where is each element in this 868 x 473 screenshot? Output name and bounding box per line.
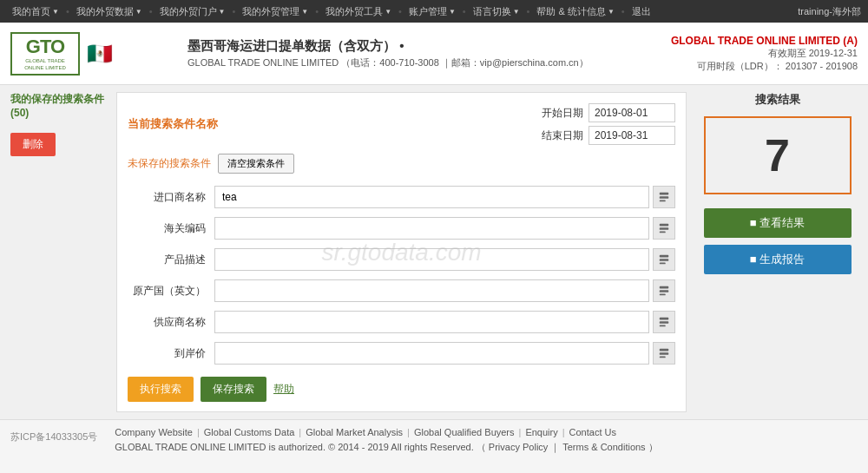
svg-rect-12 <box>660 318 669 320</box>
generate-report-button[interactable]: ■ 生成报告 <box>704 245 852 274</box>
svg-rect-16 <box>660 352 669 355</box>
end-date-input[interactable] <box>589 126 675 145</box>
logo-text: GTO <box>26 36 64 58</box>
ldr-info: 可用时段（LDR）： 201307 - 201908 <box>671 60 858 73</box>
footer-link-contact-us[interactable]: Contact Us <box>569 427 616 437</box>
logo-subtitle: GLOBAL TRADEONLINE LIMITED <box>24 58 66 70</box>
field-label-landed-price: 到岸价 <box>128 346 214 361</box>
svg-rect-4 <box>660 227 669 230</box>
validity-info: 有效期至 2019-12-31 <box>671 47 858 60</box>
header-title-area: 墨西哥海运进口提单数据（含双方） • GLOBAL TRADE ONLINE L… <box>187 38 589 69</box>
saved-conditions-title: 我的保存的搜索条件 (50) <box>10 92 106 119</box>
save-search-button[interactable]: 保存搜索 <box>201 377 266 402</box>
nav-logout[interactable]: 退出 <box>627 5 656 18</box>
footer-separator: | <box>299 427 301 437</box>
logo: GTO GLOBAL TRADEONLINE LIMITED <box>10 32 80 76</box>
page-header: GTO GLOBAL TRADEONLINE LIMITED 🇲🇽 墨西哥海运进… <box>0 23 868 85</box>
nav-language[interactable]: 语言切换 ▼ <box>468 5 525 18</box>
start-date-input[interactable] <box>589 103 675 122</box>
footer-link-global-market[interactable]: Global Market Analysis <box>306 427 403 437</box>
top-navigation: 我的首页 ▼ • 我的外贸数据 ▼ • 我的外贸门户 ▼ • 我的外贸管理 ▼ … <box>0 0 868 23</box>
icp-number: 苏ICP备14033305号 <box>10 427 97 443</box>
privacy-policy-link[interactable]: Privacy Policy <box>489 442 548 452</box>
field-label-supplier: 供应商名称 <box>128 315 214 330</box>
date-row: 开始日期 结束日期 <box>542 103 675 145</box>
nav-help[interactable]: 帮助 & 统计信息 ▼ <box>531 5 619 18</box>
nav-account[interactable]: 账户管理 ▼ <box>404 5 461 18</box>
nav-my-trade-mgmt[interactable]: 我的外贸管理 ▼ <box>237 5 313 18</box>
field-icon-supplier[interactable] <box>653 311 675 333</box>
form-row-product-desc: 产品描述 <box>128 248 675 271</box>
svg-rect-11 <box>660 294 666 296</box>
view-results-button[interactable]: ■ 查看结果 <box>704 208 852 238</box>
terms-conditions-link[interactable]: Terms & Conditions <box>562 442 645 452</box>
search-panel: sr.gtodata.com 当前搜索条件名称 开始日期 结束日期 未保存的搜索… <box>116 92 687 412</box>
footer-link-global-customs[interactable]: Global Customs Data <box>204 427 295 437</box>
svg-rect-15 <box>660 349 669 351</box>
footer-links-area: Company Website | Global Customs Data | … <box>115 427 657 454</box>
svg-rect-3 <box>660 224 669 227</box>
nav-my-trade-tools[interactable]: 我的外贸工具 ▼ <box>320 5 397 18</box>
field-icon-landed-price[interactable] <box>653 342 675 365</box>
field-label-product-desc: 产品描述 <box>128 253 214 267</box>
field-input-landed-price[interactable] <box>214 342 649 365</box>
svg-rect-14 <box>660 325 666 327</box>
svg-rect-17 <box>660 357 666 358</box>
company-name: GLOBAL TRADE ONLINE LIMITED (A) <box>671 35 858 47</box>
field-input-country[interactable] <box>214 279 649 302</box>
header-contact-info: GLOBAL TRADE ONLINE LIMITED （电话：400-710-… <box>187 56 589 69</box>
footer-link-enquiry[interactable]: Enquiry <box>525 427 557 437</box>
panel-header-left: 当前搜索条件名称 <box>128 116 218 132</box>
logo-area: GTO GLOBAL TRADEONLINE LIMITED 🇲🇽 <box>10 32 184 76</box>
end-date-label: 结束日期 <box>542 128 583 143</box>
main-content: 我的保存的搜索条件 (50) 删除 sr.gtodata.com 当前搜索条件名… <box>0 85 868 419</box>
header-account-info: GLOBAL TRADE ONLINE LIMITED (A) 有效期至 201… <box>671 35 858 73</box>
clear-conditions-button[interactable]: 清空搜索条件 <box>218 154 294 174</box>
field-icon-product-desc[interactable] <box>653 248 675 271</box>
nav-my-home[interactable]: 我的首页 ▼ <box>7 5 64 18</box>
left-sidebar: 我的保存的搜索条件 (50) 删除 <box>10 92 106 412</box>
result-count-box: 7 <box>704 116 852 194</box>
field-label-country: 原产国（英文） <box>128 284 214 299</box>
form-row-hs-code: 海关编码 <box>128 217 675 240</box>
field-input-supplier[interactable] <box>214 311 649 333</box>
footer-link-global-buyers[interactable]: Global Qualified Buyers <box>414 427 515 437</box>
help-button[interactable]: 帮助 <box>273 377 294 402</box>
field-label-hs-code: 海关编码 <box>128 221 214 236</box>
field-input-hs-code[interactable] <box>214 217 649 240</box>
svg-rect-10 <box>660 290 669 292</box>
svg-rect-7 <box>660 259 669 261</box>
results-panel: 搜索结果 7 ■ 查看结果 ■ 生成报告 <box>697 92 858 412</box>
start-date-label: 开始日期 <box>542 106 583 121</box>
field-icon-importer[interactable] <box>653 186 675 208</box>
field-input-product-desc[interactable] <box>214 248 649 271</box>
svg-rect-2 <box>660 200 666 202</box>
svg-rect-6 <box>660 255 669 258</box>
action-buttons: 执行搜索 保存搜索 帮助 <box>128 377 675 402</box>
unsaved-row: 未保存的搜索条件 清空搜索条件 <box>128 154 675 174</box>
user-identifier: training-海外部 <box>798 5 861 18</box>
delete-button[interactable]: 删除 <box>10 133 56 156</box>
svg-rect-8 <box>660 263 666 265</box>
form-row-landed-price: 到岸价 <box>128 342 675 365</box>
execute-search-button[interactable]: 执行搜索 <box>128 377 194 402</box>
nav-my-trade-data[interactable]: 我的外贸数据 ▼ <box>71 5 148 18</box>
condition-name-label: 当前搜索条件名称 <box>128 116 218 132</box>
footer-copyright: GLOBAL TRADE ONLINE LIMITED is authorize… <box>115 441 657 454</box>
footer-separator: | <box>407 427 410 437</box>
footer: 苏ICP备14033305号 Company Website | Global … <box>0 419 868 473</box>
svg-rect-9 <box>660 286 669 289</box>
country-flag: 🇲🇽 <box>87 42 113 66</box>
start-date-row: 开始日期 <box>542 103 675 122</box>
nav-my-trade-portal[interactable]: 我的外贸门户 ▼ <box>155 5 231 18</box>
field-icon-country[interactable] <box>653 279 675 302</box>
footer-separator: | <box>519 427 522 437</box>
field-input-importer[interactable] <box>214 186 649 208</box>
field-icon-hs-code[interactable] <box>653 217 675 240</box>
svg-rect-0 <box>660 193 669 195</box>
svg-rect-13 <box>660 321 669 324</box>
page-title: 墨西哥海运进口提单数据（含双方） • <box>187 38 589 55</box>
form-fields: 进口商名称海关编码产品描述原产国（英文）供应商名称到岸价 <box>128 186 675 365</box>
footer-link-company-website[interactable]: Company Website <box>115 427 193 437</box>
footer-separator: | <box>197 427 200 437</box>
